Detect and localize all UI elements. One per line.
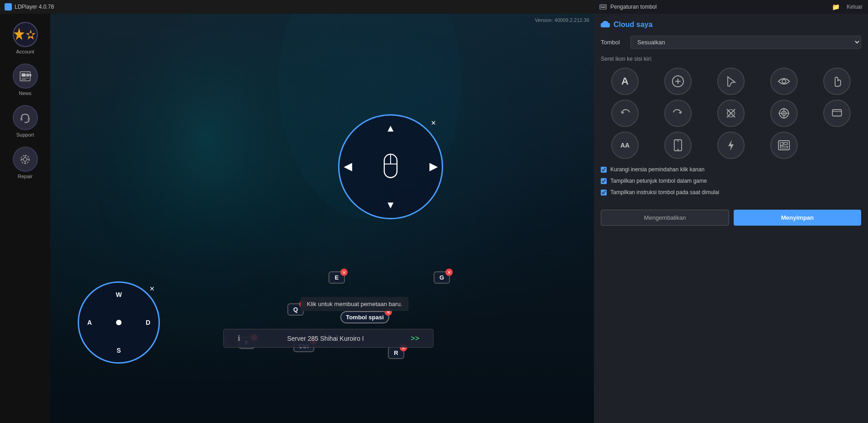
wasd-close-button[interactable]: ✕ (149, 285, 155, 292)
tombol-select[interactable]: Sesuaikan (630, 36, 861, 49)
g-key-overlay[interactable]: G ✕ (434, 271, 450, 284)
checkbox-show-key-hint[interactable] (601, 178, 607, 184)
wasd-center-dot (116, 320, 122, 325)
sidebar-item-account[interactable]: Account (5, 22, 46, 54)
sidebar: Account NEWS News (0, 14, 50, 423)
svg-point-35 (782, 79, 786, 83)
news-icon: NEWS (13, 63, 38, 89)
icon-cell-wrapper-6[interactable] (654, 100, 702, 127)
w-key: W (116, 291, 122, 298)
wrench-gear-icon (19, 153, 32, 166)
tooltip-box: Klik untuk membuat pemetaan baru. (301, 297, 409, 311)
keyboard-icon (599, 4, 607, 10)
checkbox-show-instruction[interactable] (601, 190, 607, 196)
icon-cell-wrapper-0[interactable]: A (601, 68, 649, 95)
cloud-icon (601, 21, 610, 28)
icon-cell-wrapper-2[interactable] (707, 68, 755, 95)
cloud-title: Cloud saya (614, 21, 652, 29)
icon-cell-wrapper-10[interactable]: AA (601, 132, 649, 159)
folder-icon[interactable]: 📁 (832, 3, 840, 11)
headset-icon (19, 111, 32, 124)
panel-tb-actions[interactable]: 📁 Keluar (832, 3, 863, 11)
icon-cell-text-a[interactable]: A (611, 68, 639, 95)
wasd-circle: ✕ W A S D (78, 281, 160, 364)
account-logo (13, 22, 38, 47)
svg-rect-18 (21, 117, 22, 121)
icon-cell-rotate-left[interactable] (611, 100, 639, 127)
save-button[interactable]: Menyimpan (734, 210, 861, 226)
icon-cell-wrapper-1[interactable] (654, 68, 702, 95)
icon-cell-wrapper-4[interactable] (813, 68, 861, 95)
svg-rect-3 (603, 5, 603, 6)
icon-cell-wrapper-3[interactable] (760, 68, 808, 95)
icon-grid: A (601, 68, 861, 159)
reset-button[interactable]: Mengembalikan (601, 210, 729, 226)
cloud-title-row: Cloud saya (601, 21, 652, 29)
icon-cell-crosshair-x[interactable] (717, 100, 745, 127)
checkbox-label-2: Tampilkan instruksi tombol pada saat dim… (610, 189, 719, 196)
svg-rect-2 (601, 5, 602, 6)
checkbox-row-0: Kurangi inersia pemindahan klik kanan (601, 166, 861, 174)
panel-controls: Tombol Sesuaikan (601, 36, 861, 49)
mouse-close-button[interactable]: ✕ (431, 119, 436, 127)
icon-cell-plus-circle[interactable] (664, 68, 692, 95)
icon-cell-pointer[interactable] (717, 68, 745, 95)
server-bar[interactable]: ℹ Server 285 Shihai Kuroiro I >> (223, 329, 434, 348)
sidebar-news-label: News (19, 90, 32, 96)
icon-cell-phone[interactable] (664, 132, 692, 159)
mouse-control[interactable]: ✕ ▲ ▼ ◀ ▶ (338, 114, 443, 219)
icon-cell-push-button[interactable] (823, 100, 851, 127)
icon-cell-gesture[interactable] (823, 68, 851, 95)
sidebar-repair-label: Repair (18, 174, 32, 179)
a-key: A (87, 319, 92, 326)
icon-cell-wrapper-11[interactable] (654, 132, 702, 159)
icon-cell-wrapper-9[interactable] (813, 100, 861, 127)
mouse-up-arrow: ▲ (386, 122, 396, 134)
icon-cell-wrapper-8[interactable] (760, 100, 808, 127)
g-key-remove[interactable]: ✕ (445, 269, 453, 276)
drag-hint: Seret ikon ke sisi kiri: (601, 56, 861, 62)
e-key-remove[interactable]: ✕ (340, 269, 348, 276)
icon-cell-target[interactable] (770, 100, 798, 127)
svg-rect-6 (602, 7, 604, 8)
svg-point-47 (677, 149, 679, 150)
panel-header: Cloud saya (601, 21, 861, 29)
icon-cell-wrapper-12[interactable] (707, 132, 755, 159)
server-name: Server 285 Shihai Kuroiro I (247, 335, 404, 342)
svg-point-9 (29, 32, 32, 36)
icon-cell-wrapper-13[interactable] (760, 132, 808, 159)
svg-text:NEWS: NEWS (22, 74, 32, 77)
icon-cell-wrapper-7[interactable] (707, 100, 755, 127)
sidebar-item-repair[interactable]: Repair (5, 147, 46, 179)
sidebar-item-news[interactable]: NEWS News (5, 63, 46, 96)
checkbox-row-1: Tampilkan petunjuk tombol dalam game (601, 177, 861, 185)
icon-cell-eye[interactable] (770, 68, 798, 95)
s-key: S (116, 347, 121, 354)
checkbox-reduce-inertia[interactable] (601, 167, 607, 173)
r-key-overlay[interactable]: R ✕ (388, 347, 404, 359)
wasd-control[interactable]: ✕ W A S D (78, 281, 160, 364)
icon-cell-screenshot[interactable] (770, 132, 798, 159)
icon-cell-bolt[interactable] (717, 132, 745, 159)
e-key-overlay[interactable]: E ✕ (328, 271, 345, 284)
server-next-arrow[interactable]: >> (411, 334, 419, 343)
panel-buttons: Mengembalikan Menyimpan (601, 210, 861, 226)
svg-marker-0 (6, 5, 11, 9)
svg-rect-4 (604, 5, 605, 6)
space-key-badge[interactable]: Tombol spasi (340, 311, 389, 323)
checkbox-label-0: Kurangi inersia pemindahan klik kanan (610, 166, 704, 174)
icon-cell-wrapper-5[interactable] (601, 100, 649, 127)
icon-cell-rotate-right[interactable] (664, 100, 692, 127)
server-info-icon: ℹ (238, 334, 240, 343)
sidebar-support-label: Support (16, 132, 34, 137)
repair-icon (13, 147, 38, 172)
panel-title-text: Pengaturan tombol (610, 4, 656, 10)
icon-cell-text-aa[interactable]: AA (611, 132, 639, 159)
svg-rect-19 (28, 117, 30, 121)
tooltip-text: Klik untuk membuat pemetaan baru. (307, 301, 402, 307)
sidebar-item-support[interactable]: Support (5, 105, 46, 137)
exit-label[interactable]: Keluar (847, 4, 863, 10)
checkboxes-section: Kurangi inersia pemindahan klik kanan Ta… (601, 166, 861, 200)
mouse-right-arrow: ▶ (429, 161, 437, 173)
space-key-overlay[interactable]: Tombol spasi ✕ (340, 311, 389, 323)
